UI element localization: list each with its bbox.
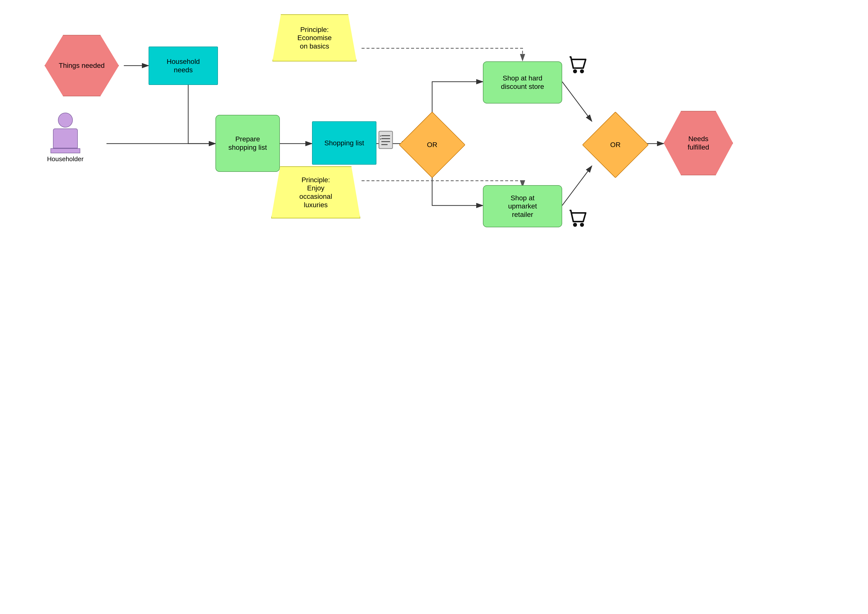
svg-line-12 — [380, 139, 381, 140]
svg-point-2 — [573, 69, 577, 73]
principle-economise-label: Principle:Economiseon basics — [297, 25, 332, 51]
householder-label: Householder — [47, 155, 84, 163]
things-needed-label: Things needed — [59, 61, 104, 70]
shopping-list-node: Shopping list — [312, 121, 376, 164]
diagram-svg — [0, 0, 868, 614]
needs-fulfilled-label: Needsfulfilled — [688, 135, 709, 151]
diagram-container: Things needed Householdneeds Householder… — [0, 0, 868, 614]
cart-icon-hard — [570, 57, 586, 73]
svg-point-4 — [573, 223, 577, 227]
household-needs-label: Householdneeds — [167, 57, 200, 74]
arrow-upmarket-to-or2 — [562, 166, 592, 206]
shop-upmarket-node: Shop atupmarketretailer — [483, 185, 562, 227]
shop-upmarket-label: Shop atupmarketretailer — [508, 194, 537, 219]
cart-icon-upmarket — [570, 211, 586, 227]
person-base — [51, 148, 80, 153]
prepare-shopping-label: Prepareshopping list — [228, 135, 267, 152]
svg-point-3 — [580, 69, 584, 73]
svg-line-11 — [380, 136, 381, 136]
shopping-list-label: Shopping list — [325, 139, 364, 147]
checklist-icon — [379, 131, 393, 149]
householder-node: Householder — [47, 113, 84, 163]
arrow-hard-to-or2 — [562, 82, 592, 121]
or1-label: OR — [409, 122, 455, 168]
svg-point-5 — [580, 223, 584, 227]
principle-economise-node: Principle:Economiseon basics — [272, 14, 357, 61]
household-needs-node: Householdneeds — [149, 47, 218, 85]
svg-rect-6 — [379, 131, 393, 149]
or2-label: OR — [592, 122, 638, 168]
arrow-principle-eco-to-hard — [362, 48, 523, 60]
shop-hard-discount-node: Shop at harddiscount store — [483, 61, 562, 104]
prepare-shopping-node: Prepareshopping list — [216, 115, 280, 172]
person-body — [53, 129, 78, 148]
principle-luxuries-label: Principle:Enjoyoccasionalluxuries — [300, 176, 332, 209]
principle-luxuries-node: Principle:Enjoyoccasionalluxuries — [271, 166, 360, 219]
arrow-household-to-prepare — [188, 84, 216, 144]
person-head — [58, 113, 73, 127]
shop-hard-discount-label: Shop at harddiscount store — [501, 74, 544, 91]
